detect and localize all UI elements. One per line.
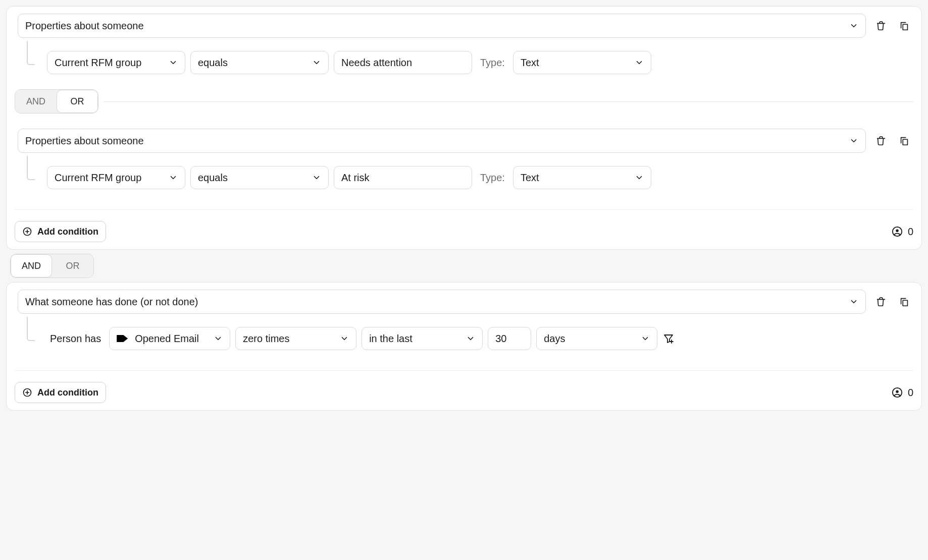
- condition-actions: [875, 135, 910, 147]
- plus-circle-icon: [22, 227, 32, 237]
- chevron-down-icon: [635, 173, 644, 182]
- join-and-option[interactable]: AND: [15, 90, 57, 113]
- condition-actions: [875, 296, 910, 308]
- trash-icon: [875, 135, 887, 146]
- member-count-value: 0: [908, 226, 913, 238]
- condition-details: Person has Opened Email zero times in th…: [27, 314, 913, 350]
- condition-details: Current RFM group equals At risk Type: T…: [27, 153, 913, 189]
- duration-value: 30: [495, 333, 506, 345]
- value-text: Needs attention: [341, 57, 412, 69]
- duplicate-condition-button[interactable]: [898, 296, 910, 308]
- type-prefix: Type:: [477, 57, 508, 69]
- outer-join-row: AND OR: [10, 254, 922, 278]
- condition-header-row: What someone has done (or not done): [15, 290, 913, 314]
- type-prefix: Type:: [477, 172, 508, 184]
- chevron-down-icon: [849, 21, 858, 30]
- event-label: Opened Email: [135, 333, 199, 345]
- svg-point-5: [896, 390, 899, 393]
- condition-details: Current RFM group equals Needs attention…: [27, 38, 913, 74]
- frequency-select[interactable]: zero times: [235, 327, 356, 350]
- timeframe-label: in the last: [369, 333, 413, 345]
- add-condition-label: Add condition: [37, 227, 98, 237]
- duplicate-condition-button[interactable]: [898, 135, 910, 147]
- operator-select[interactable]: equals: [190, 166, 329, 189]
- person-has-label: Person has: [47, 333, 104, 345]
- condition-type-label: Properties about someone: [25, 20, 144, 32]
- value-input[interactable]: At risk: [334, 166, 472, 189]
- copy-icon: [899, 20, 910, 31]
- chevron-down-icon: [641, 334, 650, 343]
- type-select[interactable]: Text: [513, 51, 651, 74]
- chevron-down-icon: [466, 334, 475, 343]
- add-condition-button[interactable]: Add condition: [15, 382, 106, 403]
- property-condition-row: Current RFM group equals At risk Type: T…: [47, 166, 913, 189]
- member-count: 0: [892, 226, 913, 238]
- condition-type-select[interactable]: What someone has done (or not done): [18, 290, 866, 314]
- condition-header-row: Properties about someone: [15, 129, 913, 153]
- unit-select[interactable]: days: [536, 327, 657, 350]
- group-footer: Add condition 0: [15, 370, 913, 403]
- chevron-down-icon: [635, 58, 644, 67]
- member-count: 0: [892, 387, 913, 399]
- delete-condition-button[interactable]: [875, 296, 887, 308]
- join-or-option[interactable]: OR: [52, 254, 93, 277]
- property-select[interactable]: Current RFM group: [47, 51, 185, 74]
- property-select[interactable]: Current RFM group: [47, 166, 185, 189]
- chevron-down-icon: [312, 173, 321, 182]
- klaviyo-metric-icon: [117, 335, 128, 342]
- svg-point-2: [896, 229, 899, 232]
- value-input[interactable]: Needs attention: [334, 51, 472, 74]
- event-condition-row: Person has Opened Email zero times in th…: [47, 327, 913, 350]
- chevron-down-icon: [169, 58, 178, 67]
- trash-icon: [875, 296, 887, 307]
- chevron-down-icon: [169, 173, 178, 182]
- property-label: Current RFM group: [55, 172, 141, 184]
- plus-circle-icon: [22, 387, 32, 398]
- type-label: Text: [521, 57, 539, 69]
- condition-actions: [875, 20, 910, 32]
- copy-icon: [899, 296, 910, 307]
- operator-select[interactable]: equals: [190, 51, 329, 74]
- unit-label: days: [544, 333, 565, 345]
- condition-group: Properties about someone Current RFM gro…: [6, 6, 922, 250]
- add-condition-button[interactable]: Add condition: [15, 221, 106, 242]
- event-select[interactable]: Opened Email: [109, 327, 230, 350]
- duration-input[interactable]: 30: [488, 327, 531, 350]
- add-filter-button[interactable]: [662, 332, 675, 345]
- chevron-down-icon: [312, 58, 321, 67]
- type-label: Text: [521, 172, 539, 184]
- inner-join-row: AND OR: [15, 89, 913, 114]
- condition-type-select[interactable]: Properties about someone: [18, 14, 866, 38]
- person-circle-icon: [892, 226, 903, 237]
- chevron-down-icon: [340, 334, 349, 343]
- operator-label: equals: [198, 172, 228, 184]
- condition-type-select[interactable]: Properties about someone: [18, 129, 866, 153]
- type-select[interactable]: Text: [513, 166, 651, 189]
- duplicate-condition-button[interactable]: [898, 20, 910, 32]
- operator-label: equals: [198, 57, 228, 69]
- timeframe-select[interactable]: in the last: [362, 327, 483, 350]
- chevron-down-icon: [849, 297, 858, 306]
- frequency-label: zero times: [243, 333, 289, 345]
- inner-join-toggle: AND OR: [15, 89, 98, 114]
- property-condition-row: Current RFM group equals Needs attention…: [47, 51, 913, 74]
- copy-icon: [899, 135, 910, 146]
- condition-header-row: Properties about someone: [15, 14, 913, 38]
- group-footer: Add condition 0: [15, 209, 913, 242]
- member-count-value: 0: [908, 387, 913, 399]
- delete-condition-button[interactable]: [875, 20, 887, 32]
- condition-group: What someone has done (or not done) Pers…: [6, 282, 922, 411]
- join-and-option[interactable]: AND: [11, 254, 52, 277]
- filter-plus-icon: [662, 332, 675, 345]
- trash-icon: [875, 20, 887, 31]
- condition-type-label: Properties about someone: [25, 135, 144, 147]
- condition-type-label: What someone has done (or not done): [25, 296, 198, 308]
- join-or-option[interactable]: OR: [57, 90, 98, 113]
- chevron-down-icon: [849, 136, 858, 145]
- add-condition-label: Add condition: [37, 387, 98, 398]
- chevron-down-icon: [214, 334, 223, 343]
- toggle-divider: [104, 101, 913, 102]
- person-circle-icon: [892, 387, 903, 398]
- delete-condition-button[interactable]: [875, 135, 887, 147]
- outer-join-toggle: AND OR: [10, 254, 94, 278]
